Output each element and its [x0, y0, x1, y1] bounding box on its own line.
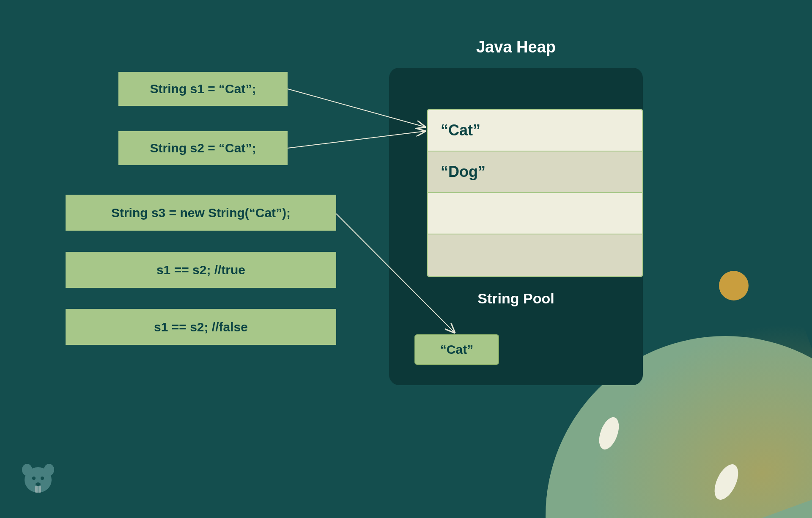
svg-point-8: [36, 482, 41, 486]
heap-object: “Cat”: [414, 334, 499, 365]
code-line-cmp1: s1 == s2; //true: [66, 252, 336, 288]
code-line-cmp2: s1 == s2; //false: [66, 309, 336, 345]
svg-point-4: [22, 464, 32, 476]
moon-decoration: [719, 271, 749, 300]
svg-point-7: [41, 477, 44, 480]
svg-point-5: [44, 464, 54, 476]
string-pool-title: String Pool: [389, 290, 643, 307]
code-line-s3: String s3 = new String(“Cat”);: [66, 195, 336, 231]
pool-entry: [428, 193, 642, 234]
code-line-s2: String s2 = “Cat”;: [118, 131, 288, 165]
heap-title: Java Heap: [389, 38, 643, 56]
code-line-s1: String s1 = “Cat”;: [118, 72, 288, 106]
beaver-logo-icon: [17, 459, 59, 501]
svg-point-6: [32, 477, 36, 480]
pool-entry: “Dog”: [428, 152, 642, 193]
pool-entry: [428, 234, 642, 276]
string-pool-table: “Cat” “Dog”: [427, 109, 643, 277]
pool-entry: “Cat”: [428, 110, 642, 152]
